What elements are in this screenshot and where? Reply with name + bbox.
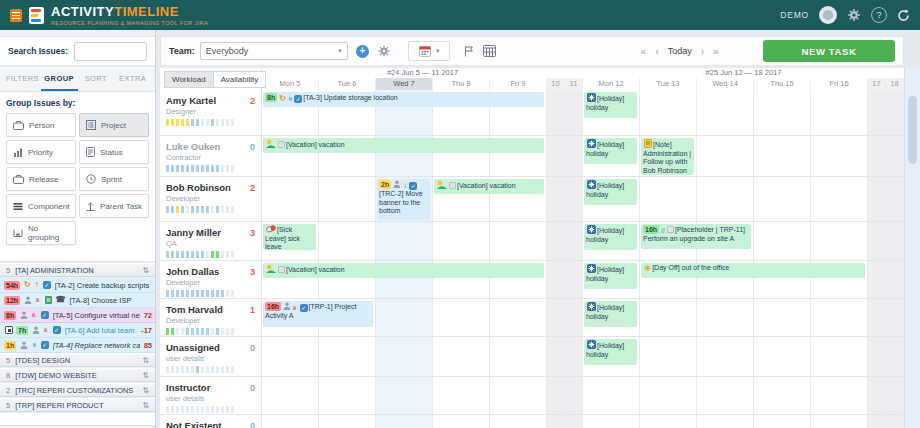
event-bar[interactable]: [Vacation] vacation xyxy=(434,179,544,194)
next-button[interactable]: › xyxy=(701,46,704,57)
person-timeline: [Sick Leave] sick leave[Holiday] holiday… xyxy=(262,222,904,260)
settings-gear-icon[interactable] xyxy=(847,8,861,22)
user-label: DEMO xyxy=(780,10,809,20)
person-cell[interactable]: Bob Robinson2Developer xyxy=(160,177,262,221)
day-header[interactable]: Mon 12 xyxy=(583,78,640,90)
group-by-sprint[interactable]: Sprint xyxy=(79,167,149,191)
group-buttons: PersonProjectPriorityStatusReleaseSprint… xyxy=(6,113,149,245)
event-bar[interactable]: [Vacation] vacation xyxy=(263,263,544,278)
day-header[interactable]: Fri 16 xyxy=(811,78,868,90)
day-header[interactable]: Tue 13 xyxy=(640,78,697,90)
event-bar[interactable]: [Holiday] holiday xyxy=(584,179,637,205)
sidebar-tab-extra[interactable]: EXTRA xyxy=(114,67,151,91)
group-by-parent-task[interactable]: Parent Task xyxy=(79,194,149,218)
task-bar[interactable]: 2h↓✓[TRC-2] Move banner to the bottom xyxy=(377,179,430,220)
person-cell[interactable]: Unassigned0user details xyxy=(160,337,262,376)
task-bar[interactable]: 8h↻»✓[TA-3] Update storage location xyxy=(263,92,544,107)
day-header-today[interactable]: Wed 7 xyxy=(376,78,433,90)
event-bar[interactable]: [Holiday] holiday xyxy=(584,224,637,250)
day-header[interactable]: Tue 6 xyxy=(319,78,376,90)
next-far-button[interactable]: » xyxy=(713,46,719,57)
milestone-flag-icon[interactable] xyxy=(464,46,474,57)
person-cell[interactable]: Amy Kartel2Designer xyxy=(160,90,262,135)
event-bar[interactable]: 16h//[Placeholder | TRP-11] Perform an u… xyxy=(641,224,751,249)
event-bar[interactable]: [Sick Leave] sick leave xyxy=(263,224,316,250)
group-by-component[interactable]: Component xyxy=(6,194,76,218)
sync-icon: ↻ xyxy=(279,95,286,103)
refresh-icon[interactable] xyxy=(897,9,910,22)
prev-far-button[interactable]: « xyxy=(641,46,647,57)
issue-row[interactable]: 7h»✓[TA-6] Add total team a...-17 xyxy=(0,323,155,338)
person-cell[interactable]: Instructor0user details xyxy=(160,377,262,414)
search-issues-input[interactable] xyxy=(74,42,147,61)
project-section-header[interactable]: 2[TRC] REPERI CUSTOMIZATIONS⇅ xyxy=(0,383,155,397)
add-team-button[interactable]: + xyxy=(356,45,369,58)
group-by-status[interactable]: Status xyxy=(79,140,149,164)
group-by-priority[interactable]: Priority xyxy=(6,140,76,164)
event-bar[interactable]: [Holiday] holiday xyxy=(584,263,637,289)
person-cell[interactable]: Not Existent0user details xyxy=(160,415,262,428)
checkbox-icon: ✓ xyxy=(409,182,417,190)
chevron-down-icon: ▾ xyxy=(436,47,440,55)
calendar-select[interactable]: ▾ xyxy=(408,41,450,61)
person-cell[interactable]: Luke Ouken0Contractor xyxy=(160,136,262,176)
issue-row[interactable]: 54h↻↑✓[TA-2] Create backup scripts xyxy=(0,278,155,293)
help-icon[interactable]: ? xyxy=(871,7,887,23)
issue-row[interactable]: 8h»✓[TA-5] Configure virtual net...72 xyxy=(0,308,155,323)
project-section-header[interactable]: 5[TDES] DESIGN⇅ xyxy=(0,353,155,367)
sort-icon: ⇅ xyxy=(142,401,149,410)
vertical-scrollbar[interactable] xyxy=(904,68,920,428)
sidebar-tab-filters[interactable]: FILTERS xyxy=(4,67,41,91)
day-header[interactable]: Fri 9 xyxy=(490,78,547,90)
event-bar[interactable]: [Note] Administration | Follow up with B… xyxy=(641,138,694,175)
group-by-no-grouping[interactable]: No grouping xyxy=(6,221,76,245)
person-cell[interactable]: Janny Miller3QA xyxy=(160,222,262,260)
sidebar-tab-group[interactable]: GROUP xyxy=(41,67,78,91)
project-section-header[interactable]: 5[TRP] REPERI PRODUCT⇅ xyxy=(0,398,155,412)
task-count: 1 xyxy=(250,305,255,315)
workload-bar xyxy=(211,290,214,297)
burger-icon xyxy=(13,202,23,211)
prev-button[interactable]: ‹ xyxy=(655,46,658,57)
event-bar[interactable]: [Holiday] holiday xyxy=(584,92,637,118)
person-cell[interactable]: John Dallas3Developer xyxy=(160,261,262,298)
day-header[interactable]: 18 xyxy=(886,78,904,90)
day-header[interactable]: Mon 5 xyxy=(262,78,319,90)
event-bar[interactable]: [Holiday] holiday xyxy=(584,339,637,365)
workload-bar xyxy=(176,119,179,126)
new-task-button[interactable]: NEW TASK xyxy=(763,40,895,62)
pre-checkbox-icon[interactable] xyxy=(5,326,13,334)
today-button[interactable]: Today xyxy=(668,46,692,56)
day-header[interactable]: 10 xyxy=(547,78,565,90)
scrollbar-thumb[interactable] xyxy=(908,96,917,164)
group-button-label: No grouping xyxy=(28,224,70,242)
team-select[interactable]: Everybody ▾ xyxy=(200,42,348,60)
day-header[interactable]: Thu 8 xyxy=(433,78,490,90)
project-section-header[interactable]: 5[TA] ADMINISTRATION⇅ xyxy=(0,263,155,277)
group-by-project[interactable]: Project xyxy=(79,113,149,137)
event-bar[interactable]: [Vacation] vacation xyxy=(263,138,544,153)
event-bar[interactable]: [Holiday] holiday xyxy=(584,301,637,327)
menu-icon[interactable] xyxy=(10,9,22,22)
tab-workload[interactable]: Workload xyxy=(164,71,214,88)
group-by-release[interactable]: Release xyxy=(6,167,76,191)
event-bar[interactable]: [Holiday] holiday xyxy=(584,138,637,164)
day-header[interactable]: Wed 14 xyxy=(697,78,754,90)
calendar-grid-icon[interactable] xyxy=(483,45,496,57)
team-settings-gear-icon[interactable] xyxy=(378,45,390,57)
event-label: [TRC-2] Move banner to the bottom xyxy=(379,190,423,214)
event-bar[interactable]: ☀[Day Off] out of the office xyxy=(641,263,865,278)
issue-row[interactable]: 12h»☎[TA-8] Choose ISP xyxy=(0,293,155,308)
group-by-person[interactable]: Person xyxy=(6,113,76,137)
avatar[interactable] xyxy=(819,6,837,24)
sidebar-tab-sort[interactable]: SORT xyxy=(78,67,115,91)
issue-row[interactable]: 1h»✓[TA-4] Replace network card85 xyxy=(0,338,155,353)
tab-availability[interactable]: Availability xyxy=(214,71,267,88)
person-cell[interactable]: Tom Harvald1Developer xyxy=(160,299,262,336)
day-header[interactable]: Thu 15 xyxy=(754,78,811,90)
project-section-header[interactable]: 8[TDW] DEMO WEBSITE⇅ xyxy=(0,368,155,382)
day-header[interactable]: 11 xyxy=(565,78,583,90)
logo-activity: ACTIVITY xyxy=(51,4,114,19)
day-header[interactable]: 17 xyxy=(868,78,886,90)
task-bar[interactable]: 16h»✓[TRP-1] Project Activity A xyxy=(263,301,373,327)
